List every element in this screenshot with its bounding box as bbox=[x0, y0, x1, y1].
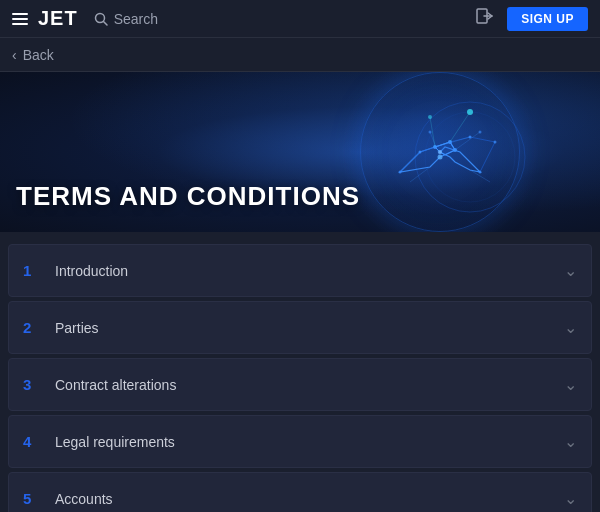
svg-point-20 bbox=[419, 151, 422, 154]
accordion-number: 5 bbox=[23, 490, 47, 507]
accordion-list: 1Introduction⌄2Parties⌄3Contract alterat… bbox=[0, 232, 600, 512]
accordion-label: Parties bbox=[47, 320, 564, 336]
accordion-label: Contract alterations bbox=[47, 377, 564, 393]
accordion-number: 1 bbox=[23, 262, 47, 279]
hero-illustration bbox=[340, 92, 540, 222]
chevron-down-icon: ⌄ bbox=[564, 489, 577, 508]
hamburger-icon[interactable] bbox=[12, 13, 28, 25]
accordion-item[interactable]: 4Legal requirements⌄ bbox=[8, 415, 592, 468]
back-arrow-icon[interactable]: ‹ bbox=[12, 47, 17, 63]
page-title: TERMS AND CONDITIONS bbox=[16, 181, 360, 212]
accordion-item[interactable]: 1Introduction⌄ bbox=[8, 244, 592, 297]
svg-line-7 bbox=[420, 147, 435, 152]
accordion-item[interactable]: 5Accounts⌄ bbox=[8, 472, 592, 512]
accordion-number: 4 bbox=[23, 433, 47, 450]
back-bar: ‹ Back bbox=[0, 38, 600, 72]
chevron-down-icon: ⌄ bbox=[564, 375, 577, 394]
back-label[interactable]: Back bbox=[23, 47, 54, 63]
svg-point-21 bbox=[469, 136, 472, 139]
login-icon[interactable] bbox=[475, 6, 495, 31]
logo[interactable]: JET bbox=[12, 7, 78, 30]
chevron-down-icon: ⌄ bbox=[564, 318, 577, 337]
search-icon bbox=[94, 12, 108, 26]
svg-point-25 bbox=[438, 155, 443, 160]
svg-line-9 bbox=[470, 137, 495, 142]
svg-point-19 bbox=[438, 150, 442, 154]
accordion-item[interactable]: 2Parties⌄ bbox=[8, 301, 592, 354]
top-nav: JET Search SIGN UP bbox=[0, 0, 600, 38]
accordion-label: Legal requirements bbox=[47, 434, 564, 450]
accordion-item[interactable]: 3Contract alterations⌄ bbox=[8, 358, 592, 411]
nav-right: SIGN UP bbox=[475, 6, 588, 31]
signup-button[interactable]: SIGN UP bbox=[507, 7, 588, 31]
search-button[interactable]: Search bbox=[94, 11, 158, 27]
accordion-number: 3 bbox=[23, 376, 47, 393]
svg-line-1 bbox=[103, 21, 107, 25]
svg-line-13 bbox=[455, 132, 480, 150]
accordion-label: Accounts bbox=[47, 491, 564, 507]
svg-point-27 bbox=[479, 131, 482, 134]
svg-point-23 bbox=[399, 171, 402, 174]
hero-banner: TERMS AND CONDITIONS bbox=[0, 72, 600, 232]
svg-point-22 bbox=[494, 141, 497, 144]
svg-point-24 bbox=[479, 171, 482, 174]
accordion-number: 2 bbox=[23, 319, 47, 336]
chevron-down-icon: ⌄ bbox=[564, 432, 577, 451]
logo-text: JET bbox=[38, 7, 78, 30]
svg-point-26 bbox=[429, 131, 432, 134]
accordion-label: Introduction bbox=[47, 263, 564, 279]
search-label: Search bbox=[114, 11, 158, 27]
chevron-down-icon: ⌄ bbox=[564, 261, 577, 280]
svg-line-10 bbox=[480, 142, 495, 172]
svg-point-4 bbox=[415, 102, 525, 212]
svg-point-18 bbox=[453, 148, 457, 152]
